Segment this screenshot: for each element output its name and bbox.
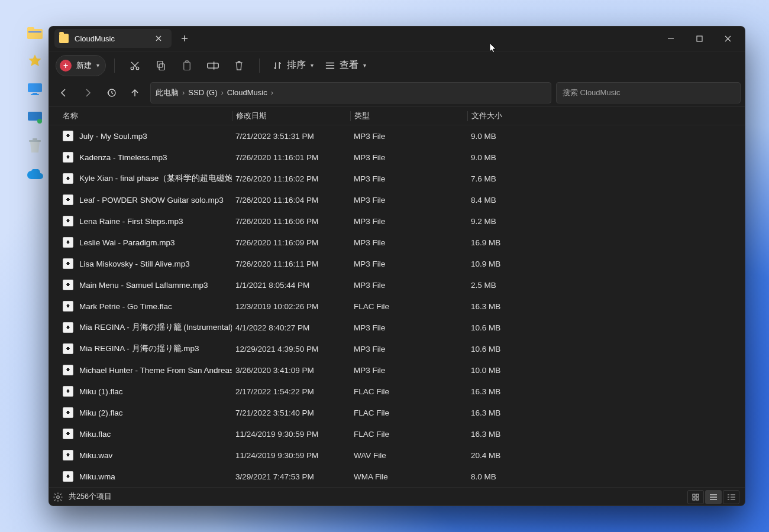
forward-button[interactable]	[77, 83, 98, 102]
file-type: MP3 File	[350, 281, 467, 290]
desktop-icon-strip	[24, 25, 46, 182]
table-row[interactable]: July - My Soul.mp37/21/2022 3:51:31 PMMP…	[49, 125, 745, 147]
col-size[interactable]: 文件大小	[467, 111, 550, 121]
file-date: 7/26/2020 11:16:02 PM	[232, 174, 350, 183]
file-type: MP3 File	[350, 196, 467, 205]
close-tab-button[interactable]	[151, 31, 166, 46]
tab-cloudmusic[interactable]: CloudMusic	[54, 29, 172, 48]
star-icon[interactable]	[27, 53, 43, 69]
recent-button[interactable]	[101, 83, 122, 102]
table-row[interactable]: Michael Hunter - Theme From San Andreas.…	[49, 359, 745, 381]
crumb-cloudmusic[interactable]: CloudMusic›	[227, 88, 273, 97]
file-size: 9.0 MB	[467, 132, 550, 141]
rename-button[interactable]	[201, 56, 225, 76]
audio-file-icon	[63, 280, 73, 290]
table-row[interactable]: Lena Raine - First Steps.mp37/26/2020 11…	[49, 210, 745, 232]
close-window-button[interactable]	[715, 30, 741, 47]
sort-button[interactable]: 排序 ▾	[268, 56, 318, 76]
file-date: 7/26/2020 11:16:09 PM	[232, 238, 350, 247]
sort-label: 排序	[287, 59, 306, 72]
recycle-bin-icon[interactable]	[27, 138, 43, 154]
paste-button[interactable]	[175, 56, 199, 76]
file-size: 8.4 MB	[467, 196, 550, 205]
view-details-button[interactable]	[705, 490, 722, 504]
crumb-this-pc[interactable]: 此电脑›	[156, 87, 185, 98]
file-type: WMA File	[350, 472, 467, 481]
table-row[interactable]: Miku.flac11/24/2019 9:30:59 PMFLAC File1…	[49, 423, 745, 445]
file-name: Leaf - POWDER SNOW Guitar solo.mp3	[79, 196, 224, 205]
table-row[interactable]: Miku (2).flac7/21/2022 3:51:40 PMFLAC Fi…	[49, 402, 745, 423]
file-date: 7/21/2022 3:51:31 PM	[232, 132, 350, 141]
file-type: MP3 File	[350, 132, 467, 141]
plus-icon: +	[60, 60, 72, 72]
file-name: Leslie Wai - Paradigm.mp3	[79, 238, 175, 247]
up-button[interactable]	[124, 83, 146, 102]
file-type: MP3 File	[350, 323, 467, 332]
settings-gear-icon[interactable]	[50, 489, 66, 505]
app-icon-explorer[interactable]	[27, 25, 43, 40]
copy-button[interactable]	[149, 56, 173, 76]
audio-file-icon	[63, 386, 73, 397]
table-row[interactable]: Main Menu - Samuel Laflamme.mp31/1/2021 …	[49, 274, 745, 296]
table-row[interactable]: Miku (1).flac2/17/2022 1:54:22 PMFLAC Fi…	[49, 381, 745, 402]
new-button[interactable]: + 新建 ▾	[56, 55, 106, 76]
file-size: 2.5 MB	[467, 281, 550, 290]
titlebar[interactable]: CloudMusic	[49, 26, 745, 51]
col-name[interactable]: 名称	[59, 111, 232, 121]
file-name: Kadenza - Timeless.mp3	[79, 153, 167, 162]
file-type: MP3 File	[350, 345, 467, 353]
table-row[interactable]: Leslie Wai - Paradigm.mp37/26/2020 11:16…	[49, 232, 745, 253]
network-icon[interactable]	[27, 110, 43, 125]
file-name: Mia REGINA - 月海の揺り籠.mp3	[79, 343, 199, 354]
view-compact-button[interactable]	[723, 490, 739, 504]
file-type: WAV File	[350, 451, 467, 460]
svg-point-19	[57, 495, 60, 498]
table-row[interactable]: Lisa Miskovsky - Still Alive.mp37/26/202…	[49, 253, 745, 274]
monitor-icon[interactable]	[27, 82, 43, 97]
delete-button[interactable]	[227, 56, 251, 76]
table-row[interactable]: Leaf - POWDER SNOW Guitar solo.mp37/26/2…	[49, 189, 745, 210]
svg-rect-13	[159, 64, 164, 70]
file-date: 7/21/2022 3:51:40 PM	[232, 408, 350, 417]
file-type: MP3 File	[350, 217, 467, 226]
crumb-ssd-g[interactable]: SSD (G)›	[188, 88, 223, 97]
svg-rect-5	[31, 94, 39, 95]
table-row[interactable]: Kyle Xian - final phase（某科学的超电磁炮T／...7/2…	[49, 168, 745, 189]
table-row[interactable]: Mia REGINA - 月海の揺り籠 (Instrumental).mp34/…	[49, 317, 745, 338]
view-grid-button[interactable]	[687, 490, 704, 504]
nav-row: 此电脑› SSD (G)› CloudMusic› 搜索 CloudMusic	[49, 79, 745, 106]
file-date: 11/24/2019 9:30:59 PM	[232, 430, 350, 439]
file-size: 16.9 MB	[467, 238, 550, 247]
table-row[interactable]: Mia REGINA - 月海の揺り籠.mp312/29/2021 4:39:5…	[49, 338, 745, 359]
mouse-cursor	[490, 43, 497, 54]
search-input[interactable]: 搜索 CloudMusic	[556, 82, 741, 103]
minimize-button[interactable]	[658, 30, 684, 47]
col-date[interactable]: 修改日期	[232, 111, 350, 121]
table-row[interactable]: Kadenza - Timeless.mp37/26/2020 11:16:01…	[49, 147, 745, 168]
table-row[interactable]: Miku.wav11/24/2019 9:30:59 PMWAV File20.…	[49, 445, 745, 466]
file-explorer-window: CloudMusic + 新建 ▾	[49, 26, 745, 506]
svg-rect-9	[33, 138, 37, 140]
cut-button[interactable]	[123, 56, 147, 76]
table-row[interactable]: Mark Petrie - Go Time.flac12/3/2019 10:0…	[49, 296, 745, 317]
col-type[interactable]: 类型	[350, 111, 467, 121]
file-list[interactable]: July - My Soul.mp37/21/2022 3:51:31 PMMP…	[49, 125, 745, 487]
file-date: 12/29/2021 4:39:50 PM	[232, 345, 350, 353]
audio-file-icon	[63, 258, 73, 269]
svg-point-12	[136, 67, 139, 70]
audio-file-icon	[63, 450, 73, 460]
file-date: 3/26/2020 3:41:09 PM	[232, 366, 350, 375]
view-button[interactable]: 查看 ▾	[321, 56, 371, 76]
maximize-button[interactable]	[686, 30, 712, 47]
file-area: 名称 修改日期 类型 文件大小 July - My Soul.mp37/21/2…	[49, 106, 745, 487]
new-tab-button[interactable]	[177, 31, 192, 46]
back-button[interactable]	[53, 83, 75, 102]
file-size: 16.3 MB	[467, 302, 550, 311]
onedrive-icon[interactable]	[27, 167, 43, 182]
columns-header[interactable]: 名称 修改日期 类型 文件大小	[49, 107, 745, 125]
file-size: 20.4 MB	[467, 451, 550, 460]
file-type: MP3 File	[350, 366, 467, 375]
file-size: 10.6 MB	[467, 323, 550, 332]
table-row[interactable]: Miku.wma3/29/2021 7:47:53 PMWMA File8.0 …	[49, 466, 745, 487]
breadcrumb[interactable]: 此电脑› SSD (G)› CloudMusic›	[150, 82, 551, 103]
